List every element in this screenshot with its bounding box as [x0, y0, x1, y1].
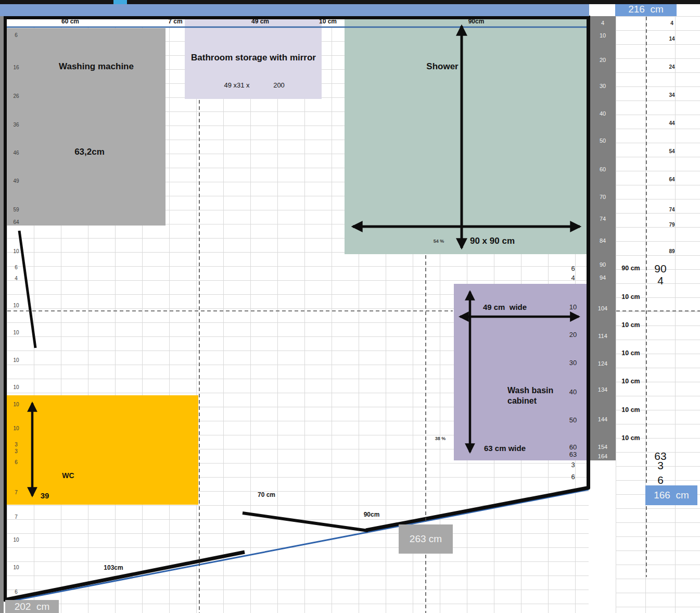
wall-segment-70 — [243, 513, 368, 531]
dimension-arrows — [32, 26, 580, 496]
sheet-top-edge — [0, 0, 700, 4]
spreadsheet-canvas[interactable]: Washing machine 63,2cm Bathroom storage … — [0, 0, 700, 613]
sheet-left-edge — [0, 0, 4, 613]
measure-box-216: 216 cm — [615, 2, 677, 16]
wall-diagonal-103 — [4, 552, 245, 600]
walls-and-arrows-layer — [0, 0, 700, 613]
column-header-bar[interactable] — [0, 4, 589, 16]
measure-box-263: 263 cm — [399, 524, 453, 554]
partition-diagonal — [19, 231, 35, 348]
measure-box-166: 166 cm — [645, 485, 697, 505]
scroll-indicator — [113, 0, 127, 4]
dashed-guides — [7, 17, 700, 613]
wall-diagonal-90 — [366, 487, 590, 530]
measure-box-202: 202 cm — [5, 600, 59, 613]
blue-guide-diagonal — [5, 490, 589, 602]
